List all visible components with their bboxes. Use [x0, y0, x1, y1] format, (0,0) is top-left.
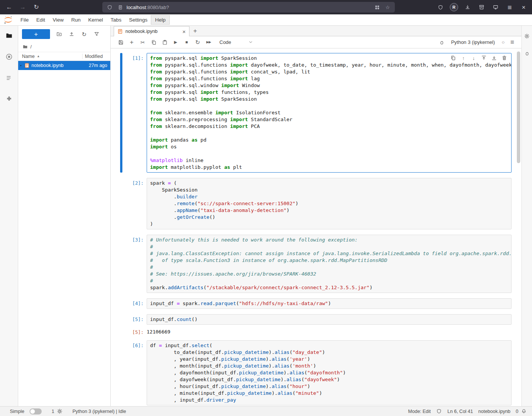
cell-editor[interactable]: from pyspark.sql import SparkSessionfrom…	[147, 53, 512, 173]
tab-close-icon[interactable]: ×	[182, 29, 186, 34]
cell-editor[interactable]: # Unfortunately this is needed to work a…	[147, 235, 512, 293]
move-up-icon[interactable]: ↑	[460, 55, 467, 61]
menu-view[interactable]: View	[49, 16, 67, 24]
new-folder-icon[interactable]	[56, 31, 62, 37]
cell-type-dropdown[interactable]: Code	[219, 39, 253, 45]
output-collapser[interactable]	[120, 327, 122, 335]
menu-icon[interactable]: ≡	[505, 3, 514, 12]
new-tab-button[interactable]: +	[189, 26, 201, 36]
profile-avatar[interactable]: R	[450, 3, 458, 11]
file-row[interactable]: ●notebook.ipynb27m ago	[18, 61, 110, 70]
cursor-position[interactable]: Ln 6, Col 41	[448, 409, 473, 414]
cell-editor[interactable]: spark = ( SparkSession .builder .remote(…	[147, 178, 512, 229]
delete-icon[interactable]	[501, 55, 508, 61]
kernel-status[interactable]: Python 3 (ipykernel) | Idle	[72, 409, 126, 414]
cut-icon[interactable]: ✂	[137, 38, 148, 47]
cell-collapser[interactable]	[120, 235, 122, 293]
add-icon[interactable]: +	[126, 38, 137, 47]
star-icon[interactable]: ☆	[384, 4, 391, 11]
execution-count: [4]:	[123, 298, 147, 309]
insert-above-icon[interactable]	[480, 55, 487, 61]
upload-icon[interactable]	[69, 31, 75, 37]
tab-label: notebook.ipynb	[125, 29, 180, 34]
menu-run[interactable]: Run	[67, 16, 84, 24]
menu-settings[interactable]: Settings	[125, 16, 151, 24]
reload-icon[interactable]: ↻	[31, 2, 42, 12]
duplicate-icon[interactable]	[450, 55, 457, 61]
close-icon[interactable]: ×	[519, 3, 528, 12]
new-launcher-button[interactable]: +	[22, 29, 50, 39]
fast-forward-icon[interactable]: ▶▶	[203, 38, 214, 47]
bell-icon[interactable]	[521, 408, 527, 414]
code-cell: [4]:input_df = spark.read.parquet("hdfs:…	[120, 298, 512, 309]
cell-editor[interactable]: input_df.count()	[147, 314, 512, 325]
simple-mode-toggle[interactable]	[30, 408, 42, 414]
breadcrumb-root[interactable]: /	[30, 44, 32, 50]
hamburger-icon[interactable]: ≡	[508, 38, 517, 47]
url-text[interactable]: localhost:8080/lab?	[127, 5, 371, 10]
folder-icon[interactable]	[5, 32, 13, 39]
url-host: localhost	[127, 5, 146, 10]
forward-icon[interactable]: →	[17, 2, 28, 12]
insert-below-icon[interactable]	[491, 55, 498, 61]
debugger-icon[interactable]	[436, 38, 447, 47]
toc-icon[interactable]	[5, 74, 13, 82]
copy-icon[interactable]	[148, 38, 159, 47]
tab-notebook[interactable]: notebook.ipynb ×	[114, 26, 189, 36]
url-bar[interactable]: localhost:8080/lab? ☆	[102, 2, 395, 12]
notebook-file-icon	[117, 29, 123, 34]
cell-collapser[interactable]	[120, 340, 122, 405]
archive-icon[interactable]	[477, 3, 486, 12]
cell-collapser[interactable]	[120, 53, 122, 173]
menu-kernel[interactable]: Kernel	[84, 16, 107, 24]
cell-collapser[interactable]	[120, 178, 122, 229]
shield-icon[interactable]	[106, 4, 113, 11]
stop-icon[interactable]: ■	[181, 38, 192, 47]
menu-edit[interactable]: Edit	[33, 16, 49, 24]
cell-output: [5]:12106669	[120, 327, 512, 335]
execution-count: [6]:	[123, 340, 147, 405]
pocket-icon[interactable]	[436, 3, 445, 12]
notebook-scrollbar[interactable]	[517, 51, 520, 404]
cell-collapser[interactable]	[120, 314, 122, 325]
download-icon[interactable]	[463, 3, 472, 12]
scrollbar-thumb[interactable]	[517, 51, 520, 163]
page-icon[interactable]	[117, 4, 124, 11]
kernel-sessions-icon[interactable]	[56, 408, 63, 414]
back-icon[interactable]: ←	[4, 2, 14, 12]
restart-icon[interactable]: ↻	[192, 38, 203, 47]
menu-file[interactable]: File	[17, 16, 33, 24]
kernel-idle-icon[interactable]: ○	[499, 38, 508, 47]
save-icon[interactable]	[115, 38, 126, 47]
execution-count: [2]:	[123, 178, 147, 229]
cell-collapser[interactable]	[120, 298, 122, 309]
mode-indicator: Mode: Edit	[408, 409, 431, 414]
gear-icon[interactable]	[524, 33, 530, 39]
grid-icon[interactable]	[374, 4, 380, 11]
sort-asc-icon: ▲	[37, 55, 40, 58]
menu-tabs[interactable]: Tabs	[107, 16, 125, 24]
run-icon[interactable]: ▶	[170, 38, 181, 47]
running-icon[interactable]	[5, 53, 13, 61]
column-header-name[interactable]: Name ▲	[22, 54, 82, 59]
column-header-modified[interactable]: Modified	[82, 54, 106, 59]
cell-editor[interactable]: input_df = spark.read.parquet("hdfs://hd…	[147, 298, 512, 309]
paste-icon[interactable]	[159, 38, 170, 47]
main-area: + ↻ / Name ▲ Modified ●notebook.ipynb27m…	[0, 26, 532, 406]
monitor-icon[interactable]	[491, 3, 500, 12]
notification-count: 0	[516, 409, 518, 414]
extensions-icon[interactable]	[5, 95, 13, 103]
file-modified: 27m ago	[89, 63, 107, 68]
main-tab-bar: notebook.ipynb × +	[111, 26, 521, 36]
move-down-icon[interactable]: ↓	[470, 55, 477, 61]
menu-help[interactable]: Help	[151, 16, 169, 24]
cell-editor[interactable]: df = input_df.select( to_date(input_df.p…	[147, 340, 512, 405]
kernel-name[interactable]: Python 3 (ipykernel)	[451, 39, 495, 45]
dock-panel: notebook.ipynb × + +✂▶■↻▶▶ Code Python 3…	[111, 26, 521, 406]
filter-icon[interactable]	[94, 31, 100, 37]
breadcrumb-folder-icon[interactable]	[23, 44, 28, 49]
bug-icon[interactable]	[524, 50, 530, 57]
url-path: :8080/lab?	[146, 5, 169, 10]
browser-toolbar: ←→↻ localhost:8080/lab? ☆ R ≡×	[0, 0, 532, 14]
refresh-icon[interactable]: ↻	[81, 31, 87, 37]
